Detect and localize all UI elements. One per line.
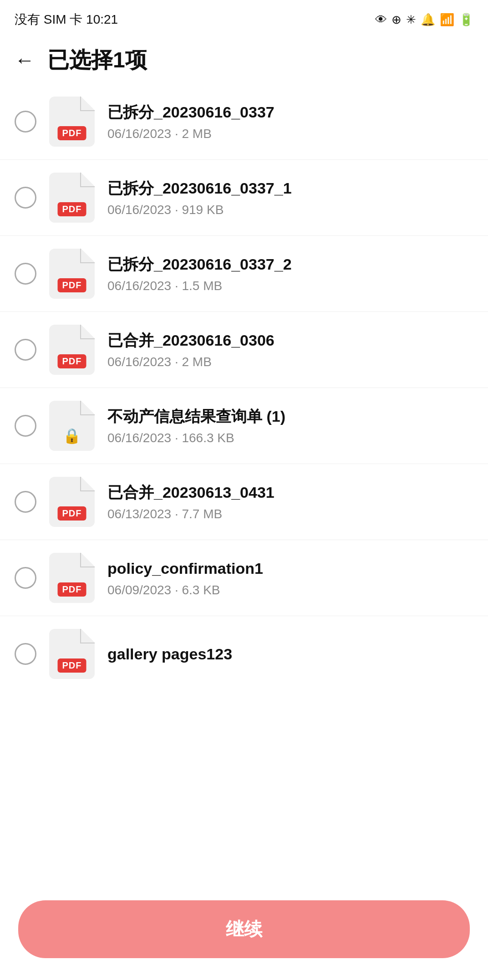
- file-icon: PDF: [49, 477, 95, 527]
- file-info: 已合并_20230613_043106/13/2023 · 7.7 MB: [107, 482, 473, 521]
- file-meta: 06/16/2023 · 1.5 MB: [107, 279, 473, 293]
- file-meta: 06/16/2023 · 919 KB: [107, 203, 473, 217]
- radio-button[interactable]: [15, 567, 36, 589]
- list-item[interactable]: PDFgallery pages123: [0, 616, 488, 692]
- radio-button[interactable]: [15, 415, 36, 437]
- radio-button[interactable]: [15, 111, 36, 133]
- file-icon: PDF: [49, 553, 95, 603]
- pdf-badge: PDF: [58, 506, 86, 521]
- file-icon: PDF: [49, 173, 95, 223]
- file-info: gallery pages123: [107, 644, 473, 664]
- page-title: 已选择1项: [47, 46, 147, 75]
- list-item[interactable]: PDF已拆分_20230616_0337_106/16/2023 · 919 K…: [0, 160, 488, 236]
- file-info: 已拆分_20230616_033706/16/2023 · 2 MB: [107, 102, 473, 141]
- battery-icon: 🔋: [459, 13, 473, 27]
- file-meta: 06/16/2023 · 2 MB: [107, 355, 473, 369]
- list-item[interactable]: PDF已拆分_20230616_0337_206/16/2023 · 1.5 M…: [0, 236, 488, 312]
- pdf-badge: PDF: [58, 202, 86, 216]
- radio-button[interactable]: [15, 263, 36, 285]
- file-info: 已拆分_20230616_0337_106/16/2023 · 919 KB: [107, 178, 473, 217]
- file-meta: 06/16/2023 · 2 MB: [107, 127, 473, 141]
- file-name: 不动产信息结果查询单 (1): [107, 406, 473, 426]
- file-name: policy_confirmation1: [107, 558, 473, 578]
- file-name: gallery pages123: [107, 644, 473, 664]
- file-info: policy_confirmation106/09/2023 · 6.3 KB: [107, 558, 473, 597]
- bottom-bar: 继续: [0, 889, 488, 980]
- file-meta: 06/16/2023 · 166.3 KB: [107, 431, 473, 445]
- list-item[interactable]: PDF已合并_20230616_030606/16/2023 · 2 MB: [0, 312, 488, 388]
- nfc-icon: ⊕: [391, 13, 402, 27]
- status-left-text: 没有 SIM 卡 10:21: [15, 11, 118, 28]
- file-info: 已合并_20230616_030606/16/2023 · 2 MB: [107, 330, 473, 369]
- status-bar: 没有 SIM 卡 10:21 👁 ⊕ ✳ 🔔 📶 🔋: [0, 0, 488, 36]
- file-meta: 06/13/2023 · 7.7 MB: [107, 507, 473, 521]
- file-name: 已拆分_20230616_0337_2: [107, 254, 473, 274]
- list-item[interactable]: 🔒不动产信息结果查询单 (1)06/16/2023 · 166.3 KB: [0, 388, 488, 464]
- pdf-badge: PDF: [58, 582, 86, 597]
- radio-button[interactable]: [15, 643, 36, 665]
- page-header: ← 已选择1项: [0, 36, 488, 84]
- file-info: 已拆分_20230616_0337_206/16/2023 · 1.5 MB: [107, 254, 473, 293]
- continue-button[interactable]: 继续: [18, 900, 470, 958]
- pdf-badge: PDF: [58, 658, 86, 673]
- file-list: PDF已拆分_20230616_033706/16/2023 · 2 MBPDF…: [0, 84, 488, 692]
- bluetooth-icon: ✳: [406, 13, 416, 27]
- file-icon: PDF: [49, 629, 95, 679]
- pdf-badge: PDF: [58, 126, 86, 140]
- radio-button[interactable]: [15, 339, 36, 361]
- mute-icon: 🔔: [421, 13, 435, 27]
- file-icon: 🔒: [49, 401, 95, 451]
- radio-button[interactable]: [15, 187, 36, 209]
- list-item[interactable]: PDF已拆分_20230616_033706/16/2023 · 2 MB: [0, 84, 488, 160]
- eye-icon: 👁: [375, 13, 387, 27]
- file-icon: PDF: [49, 249, 95, 299]
- file-icon: PDF: [49, 97, 95, 147]
- file-meta: 06/09/2023 · 6.3 KB: [107, 583, 473, 597]
- list-item[interactable]: PDF已合并_20230613_043106/13/2023 · 7.7 MB: [0, 464, 488, 540]
- file-name: 已合并_20230616_0306: [107, 330, 473, 350]
- file-icon: PDF: [49, 325, 95, 375]
- file-name: 已拆分_20230616_0337_1: [107, 178, 473, 198]
- list-item[interactable]: PDFpolicy_confirmation106/09/2023 · 6.3 …: [0, 540, 488, 616]
- pdf-badge: PDF: [58, 278, 86, 292]
- file-name: 已合并_20230613_0431: [107, 482, 473, 502]
- status-right-icons: 👁 ⊕ ✳ 🔔 📶 🔋: [375, 13, 473, 27]
- wifi-icon: 📶: [440, 13, 454, 27]
- radio-button[interactable]: [15, 491, 36, 513]
- lock-icon: 🔒: [63, 427, 81, 444]
- file-name: 已拆分_20230616_0337: [107, 102, 473, 122]
- file-info: 不动产信息结果查询单 (1)06/16/2023 · 166.3 KB: [107, 406, 473, 445]
- pdf-badge: PDF: [58, 354, 86, 368]
- back-button[interactable]: ←: [11, 48, 38, 72]
